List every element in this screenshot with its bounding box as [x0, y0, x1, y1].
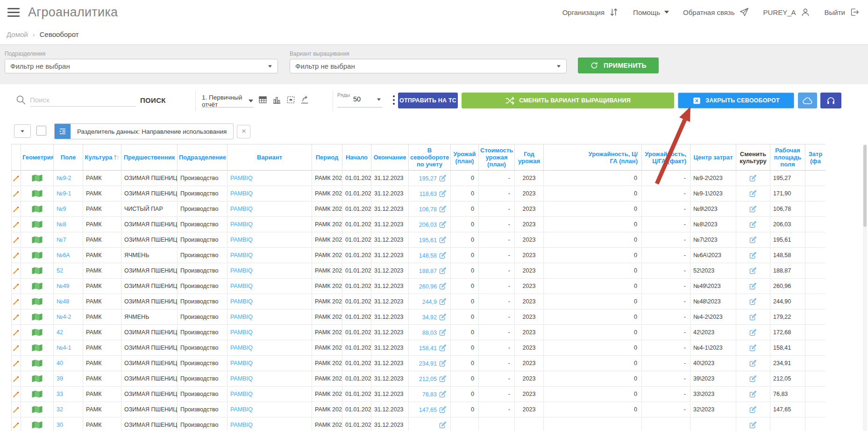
cloud-sync-button[interactable]	[798, 93, 817, 108]
splitter-dropdown-button[interactable]	[14, 124, 31, 138]
geometry-map-icon[interactable]	[21, 263, 54, 279]
cell-field[interactable]: 33	[54, 387, 83, 402]
cell-variant[interactable]: PAMBIQ	[228, 340, 312, 356]
row-edit-icon[interactable]	[12, 402, 21, 417]
cell-variant[interactable]: PAMBIQ	[228, 217, 312, 232]
cell-field[interactable]: №9	[54, 201, 83, 217]
cell-in_rotation[interactable]: 76,83	[409, 387, 451, 402]
cell-edit-icon[interactable]	[736, 217, 770, 232]
cell-variant[interactable]: PAMBIQ	[228, 387, 312, 402]
row-edit-icon[interactable]	[12, 201, 21, 217]
nav-organization[interactable]: Организация	[562, 7, 619, 17]
nav-user[interactable]: PUREY_A	[763, 7, 811, 17]
geometry-map-icon[interactable]	[21, 248, 54, 263]
cell-field[interactable]: №6А	[54, 248, 83, 263]
cell-in_rotation[interactable]: 234,91	[409, 356, 451, 371]
cell-edit-icon[interactable]	[736, 294, 770, 309]
cell-variant[interactable]: PAMBIQ	[228, 232, 312, 248]
cell-field[interactable]: 32	[54, 402, 83, 417]
column-header-harvest_plan[interactable]: Урожай (план)	[451, 144, 479, 171]
cell-edit-icon[interactable]	[736, 340, 770, 356]
nav-feedback[interactable]: Обратная связь	[683, 7, 749, 17]
cell-in_rotation[interactable]: 244,9	[409, 294, 451, 309]
cell-field[interactable]: №8	[54, 217, 83, 232]
geometry-map-icon[interactable]	[21, 186, 54, 201]
cell-edit-icon[interactable]	[736, 417, 770, 431]
cell-variant[interactable]: PAMBIQ	[228, 325, 312, 340]
geometry-map-icon[interactable]	[21, 356, 54, 371]
report-select[interactable]: 1. Первичный отчёт	[202, 95, 253, 108]
cell-field[interactable]: №49	[54, 279, 83, 294]
cell-in_rotation[interactable]: 34,92	[409, 309, 451, 325]
cell-in_rotation[interactable]	[409, 417, 451, 431]
cell-edit-icon[interactable]	[736, 325, 770, 340]
row-edit-icon[interactable]	[12, 279, 21, 294]
close-chip-icon[interactable]: ×	[237, 125, 250, 138]
nav-logout[interactable]: Выйти	[825, 7, 860, 17]
change-variant-button[interactable]: СМЕНИТЬ ВАРИАНТ ВЫРАЩИВАНИЯ	[462, 93, 674, 108]
cell-edit-icon[interactable]	[736, 402, 770, 417]
search-button[interactable]: ПОИСК	[140, 96, 166, 104]
cell-field[interactable]: №9-2	[54, 171, 83, 186]
column-header-work_area[interactable]: Рабочая площадь поля	[770, 144, 805, 171]
cell-in_rotation[interactable]: 195,27	[409, 171, 451, 186]
cell-in_rotation[interactable]: 195,61	[409, 232, 451, 248]
cell-variant[interactable]: PAMBIQ	[228, 248, 312, 263]
cell-in_rotation[interactable]: 206,03	[409, 217, 451, 232]
cell-edit-icon[interactable]	[736, 263, 770, 279]
vertical-scrollbar[interactable]	[863, 144, 867, 431]
cell-field[interactable]: №9-1	[54, 186, 83, 201]
geometry-map-icon[interactable]	[21, 387, 54, 402]
row-edit-icon[interactable]	[12, 340, 21, 356]
breadcrumb-home[interactable]: Домой	[7, 30, 28, 38]
geometry-map-icon[interactable]	[21, 217, 54, 232]
cell-field[interactable]: №7	[54, 232, 83, 248]
column-header-yield_plan[interactable]: Урожайность, Ц/ГА (план)	[544, 144, 642, 171]
column-header-cost_center[interactable]: Центр затрат	[690, 144, 736, 171]
column-header-in_rotation[interactable]: В севообороте по учету	[409, 144, 451, 171]
cell-variant[interactable]: PAMBIQ	[228, 356, 312, 371]
cell-in_rotation[interactable]: 106,78	[409, 201, 451, 217]
variant-filter-select[interactable]: Фильтр не выбран	[290, 59, 567, 73]
cell-field[interactable]: 39	[54, 371, 83, 387]
column-header-period[interactable]: Период	[312, 144, 342, 171]
cell-in_rotation[interactable]: 148,58	[409, 248, 451, 263]
cell-in_rotation[interactable]: 118,63	[409, 186, 451, 201]
cell-edit-icon[interactable]	[736, 356, 770, 371]
geometry-map-icon[interactable]	[21, 279, 54, 294]
column-header-geometry[interactable]: Геометрия	[21, 144, 54, 171]
search-input[interactable]	[30, 93, 135, 107]
cell-edit-icon[interactable]	[736, 279, 770, 294]
kebab-menu-icon[interactable]	[391, 95, 396, 107]
column-header-predecessor[interactable]: Предшественник	[121, 144, 178, 171]
geometry-map-icon[interactable]	[21, 171, 54, 186]
cell-edit-icon[interactable]	[736, 186, 770, 201]
row-edit-icon[interactable]	[12, 248, 21, 263]
cell-edit-icon[interactable]	[736, 201, 770, 217]
cell-in_rotation[interactable]: 260,96	[409, 279, 451, 294]
send-to-tc-button[interactable]: ОТПРАВИТЬ НА ТС	[398, 93, 458, 108]
column-header-end[interactable]: Окончание	[371, 144, 409, 171]
row-edit-icon[interactable]	[12, 263, 21, 279]
row-edit-icon[interactable]	[12, 387, 21, 402]
cell-field[interactable]: 52	[54, 263, 83, 279]
row-edit-icon[interactable]	[12, 356, 21, 371]
cell-in_rotation[interactable]: 147,65	[409, 402, 451, 417]
row-edit-icon[interactable]	[12, 371, 21, 387]
column-header-change_culture[interactable]: Сменить культуру	[736, 144, 770, 171]
cell-variant[interactable]: PAMBIQ	[228, 402, 312, 417]
column-header-yield_fact[interactable]: Урожайность, Ц/ГА (факт)	[642, 144, 690, 171]
cell-in_rotation[interactable]: 88,03	[409, 325, 451, 340]
geometry-map-icon[interactable]	[21, 340, 54, 356]
geometry-map-icon[interactable]	[21, 325, 54, 340]
cell-edit-icon[interactable]	[736, 232, 770, 248]
cell-field[interactable]: 40	[54, 356, 83, 371]
chart-view-icon[interactable]	[272, 95, 282, 105]
cell-field[interactable]: №4-1	[54, 340, 83, 356]
export-icon[interactable]	[300, 95, 310, 105]
column-header-costs_fact[interactable]: Затр (фа	[805, 144, 826, 171]
column-header-variant[interactable]: Вариант	[228, 144, 312, 171]
cell-variant[interactable]: PAMBIQ	[228, 263, 312, 279]
apply-button[interactable]: ПРИМЕНИТЬ	[578, 57, 659, 73]
column-header-field[interactable]: Поле	[54, 144, 83, 171]
